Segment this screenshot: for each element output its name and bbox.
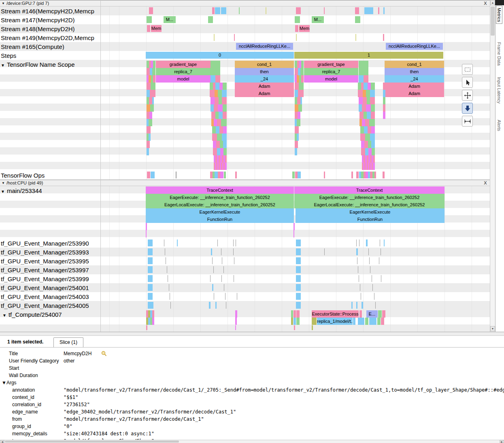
trace-slice[interactable] [372,275,372,282]
trace-slice[interactable] [368,148,372,155]
trace-slice[interactable] [148,275,153,282]
trace-slice[interactable] [371,126,375,134]
close-section-button[interactable]: X [483,180,488,186]
trace-slice[interactable] [295,16,300,23]
trace-slice[interactable] [217,119,221,126]
trace-slice[interactable] [298,172,301,178]
trace-slice[interactable] [221,119,227,126]
trace-slice[interactable] [151,83,155,90]
timing-tool[interactable] [462,116,473,127]
trace-slice[interactable] [235,310,237,318]
trace-slice[interactable] [369,119,375,126]
trace-slice[interactable] [225,155,227,163]
trace-slice[interactable] [293,223,295,230]
trace-slice[interactable] [371,112,375,119]
trace-slice[interactable] [312,325,313,330]
trace-slice[interactable] [148,257,153,264]
trace-slice[interactable] [165,248,165,255]
trace-slice[interactable] [358,266,358,273]
trace-slice[interactable] [222,134,227,141]
slice-adam[interactable]: Adam [235,90,294,97]
trace-slice[interactable] [216,141,220,148]
trace-slice[interactable] [293,318,296,325]
trace-slice[interactable] [364,7,373,14]
tab-alerts[interactable]: Alerts [496,118,502,133]
slice-cond-1[interactable]: cond_1 [235,61,294,68]
trace-slice[interactable] [300,97,302,104]
trace-slice[interactable] [223,148,227,155]
trace-slice[interactable] [358,90,363,97]
trace-slice[interactable] [369,257,370,264]
trace-slice[interactable] [148,240,153,246]
collapse-icon[interactable]: ▼ [2,2,5,5]
trace-slice[interactable] [383,97,385,104]
trace-slice[interactable] [356,240,357,246]
trace-slice[interactable] [296,275,301,282]
row-label[interactable]: ▼main/253344 [1,187,42,194]
trace-slice[interactable] [153,61,155,68]
trace-slice[interactable] [233,240,234,246]
trace-slice[interactable] [147,172,150,178]
trace-slice[interactable] [235,318,237,325]
tab-metrics[interactable]: Metrics [496,6,502,24]
trace-slice[interactable] [215,83,219,90]
pan-tool[interactable] [462,90,473,101]
trace-slice[interactable] [147,83,151,90]
trace-slice[interactable] [377,318,381,325]
trace-slice[interactable] [224,172,226,178]
trace-slice[interactable] [365,318,368,325]
trace-slice[interactable] [361,293,361,300]
trace-slice[interactable] [296,284,301,291]
trace-slice[interactable] [149,97,152,104]
trace-slice[interactable] [361,148,365,155]
trace-slice[interactable] [296,34,297,41]
trace-slice[interactable] [219,126,223,134]
trace-slice[interactable] [222,97,227,104]
trace-slice[interactable] [215,97,219,104]
slice-then[interactable]: then [385,68,444,75]
trace-slice[interactable] [225,163,227,170]
trace-slice[interactable] [371,83,375,90]
trace-slice[interactable] [355,34,356,41]
marquee-select-tool[interactable] [462,64,473,75]
trace-slice[interactable] [150,104,154,112]
trace-slice[interactable] [235,325,236,330]
trace-slice[interactable] [365,148,368,155]
section-header-gpu[interactable]: ▼/device:GPU:7 (pid 7)X [0,0,490,6]
trace-slice[interactable] [364,83,368,90]
trace-slice[interactable] [359,75,364,83]
trace-slice[interactable] [211,112,215,119]
trace-slice[interactable] [149,112,152,119]
trace-slice[interactable] [375,302,376,309]
trace-slice[interactable] [234,34,235,41]
slice-adam[interactable]: Adam [385,90,444,97]
trace-slice[interactable] [296,293,301,300]
slice-eagerexecute-inference-train-function-260252[interactable]: EagerExecute: __inference_train_function… [294,194,444,201]
trace-slice[interactable] [146,223,147,230]
slice-functionrun[interactable]: FunctionRun [146,216,294,223]
trace-slice[interactable] [217,134,222,141]
slice-model[interactable]: model [156,75,211,83]
trace-slice[interactable] [363,90,366,97]
slice-adam[interactable]: Adam [235,83,294,90]
trace-slice[interactable] [223,126,227,134]
slice-eagerkernelexecute[interactable]: EagerKernelExecute [296,208,444,216]
trace-slice[interactable] [370,97,375,104]
trace-slice[interactable] [378,310,382,318]
trace-slice[interactable] [366,104,371,112]
trace-slice[interactable] [383,112,385,119]
collapse-icon[interactable]: ▼ [1,63,5,68]
trace-slice[interactable] [359,68,368,75]
trace-slice[interactable] [372,284,373,291]
trace-slice[interactable] [212,284,213,291]
trace-slice[interactable] [168,275,168,282]
trace-slice[interactable] [359,240,359,246]
slice-0[interactable]: 0 [146,52,294,59]
trace-slice[interactable] [218,104,223,112]
trace-slice[interactable] [149,134,151,141]
trace-slice[interactable] [358,318,364,325]
trace-slice[interactable] [292,172,295,178]
trace-slice[interactable] [367,97,370,104]
trace-slice[interactable] [220,141,223,148]
trace-slice[interactable] [362,302,363,309]
